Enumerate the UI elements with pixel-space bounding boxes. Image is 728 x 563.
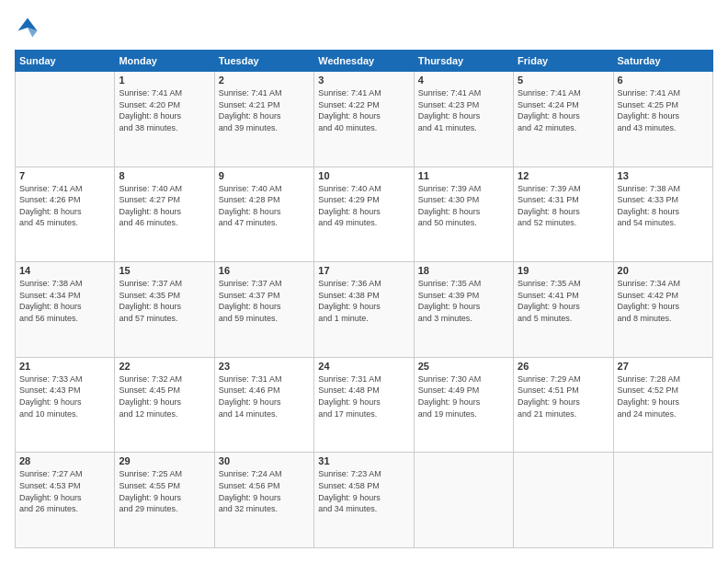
logo-icon — [15, 15, 40, 40]
calendar-cell: 25Sunrise: 7:30 AM Sunset: 4:49 PM Dayli… — [414, 357, 513, 453]
day-info: Sunrise: 7:36 AM Sunset: 4:38 PM Dayligh… — [318, 278, 409, 324]
calendar-cell: 4Sunrise: 7:41 AM Sunset: 4:23 PM Daylig… — [414, 72, 513, 167]
day-number: 4 — [418, 75, 509, 86]
day-info: Sunrise: 7:40 AM Sunset: 4:27 PM Dayligh… — [119, 183, 210, 229]
calendar-header-friday: Friday — [514, 51, 613, 72]
calendar-cell: 19Sunrise: 7:35 AM Sunset: 4:41 PM Dayli… — [514, 262, 613, 358]
svg-marker-0 — [18, 18, 38, 31]
day-number: 28 — [19, 455, 110, 466]
calendar-cell — [613, 453, 712, 548]
calendar-cell: 2Sunrise: 7:41 AM Sunset: 4:21 PM Daylig… — [214, 72, 313, 167]
calendar-cell: 16Sunrise: 7:37 AM Sunset: 4:37 PM Dayli… — [214, 262, 313, 358]
day-info: Sunrise: 7:41 AM Sunset: 4:24 PM Dayligh… — [518, 87, 609, 133]
day-info: Sunrise: 7:41 AM Sunset: 4:25 PM Dayligh… — [618, 87, 709, 133]
day-number: 18 — [418, 265, 509, 276]
calendar-header-row: SundayMondayTuesdayWednesdayThursdayFrid… — [16, 51, 713, 72]
day-number: 14 — [19, 265, 110, 276]
day-info: Sunrise: 7:25 AM Sunset: 4:55 PM Dayligh… — [119, 468, 210, 514]
day-info: Sunrise: 7:40 AM Sunset: 4:28 PM Dayligh… — [219, 183, 310, 229]
calendar-week-1: 1Sunrise: 7:41 AM Sunset: 4:20 PM Daylig… — [16, 72, 713, 167]
day-info: Sunrise: 7:37 AM Sunset: 4:35 PM Dayligh… — [119, 278, 210, 324]
calendar-cell: 8Sunrise: 7:40 AM Sunset: 4:27 PM Daylig… — [115, 167, 214, 262]
calendar-cell: 24Sunrise: 7:31 AM Sunset: 4:48 PM Dayli… — [314, 357, 414, 453]
calendar-week-3: 14Sunrise: 7:38 AM Sunset: 4:34 PM Dayli… — [16, 262, 713, 358]
calendar-cell: 18Sunrise: 7:35 AM Sunset: 4:39 PM Dayli… — [414, 262, 513, 358]
day-info: Sunrise: 7:33 AM Sunset: 4:43 PM Dayligh… — [19, 373, 110, 419]
day-number: 23 — [219, 361, 310, 372]
calendar-cell: 31Sunrise: 7:23 AM Sunset: 4:58 PM Dayli… — [314, 453, 414, 548]
day-info: Sunrise: 7:35 AM Sunset: 4:41 PM Dayligh… — [518, 278, 609, 324]
day-info: Sunrise: 7:41 AM Sunset: 4:22 PM Dayligh… — [318, 87, 409, 133]
calendar-header-wednesday: Wednesday — [314, 51, 414, 72]
day-info: Sunrise: 7:29 AM Sunset: 4:51 PM Dayligh… — [518, 373, 609, 419]
day-info: Sunrise: 7:41 AM Sunset: 4:26 PM Dayligh… — [19, 183, 110, 229]
header — [15, 15, 713, 40]
day-number: 10 — [318, 170, 409, 181]
calendar-week-4: 21Sunrise: 7:33 AM Sunset: 4:43 PM Dayli… — [16, 357, 713, 453]
calendar-cell — [414, 453, 513, 548]
calendar: SundayMondayTuesdayWednesdayThursdayFrid… — [15, 50, 713, 548]
day-number: 26 — [518, 361, 609, 372]
calendar-week-5: 28Sunrise: 7:27 AM Sunset: 4:53 PM Dayli… — [16, 453, 713, 548]
day-info: Sunrise: 7:41 AM Sunset: 4:20 PM Dayligh… — [119, 87, 210, 133]
day-number: 31 — [318, 455, 409, 466]
calendar-cell: 12Sunrise: 7:39 AM Sunset: 4:31 PM Dayli… — [514, 167, 613, 262]
calendar-cell: 15Sunrise: 7:37 AM Sunset: 4:35 PM Dayli… — [115, 262, 214, 358]
day-info: Sunrise: 7:27 AM Sunset: 4:53 PM Dayligh… — [19, 468, 110, 514]
day-info: Sunrise: 7:40 AM Sunset: 4:29 PM Dayligh… — [318, 183, 409, 229]
calendar-cell: 11Sunrise: 7:39 AM Sunset: 4:30 PM Dayli… — [414, 167, 513, 262]
day-info: Sunrise: 7:35 AM Sunset: 4:39 PM Dayligh… — [418, 278, 509, 324]
day-number: 15 — [119, 265, 210, 276]
day-number: 17 — [318, 265, 409, 276]
day-info: Sunrise: 7:23 AM Sunset: 4:58 PM Dayligh… — [318, 468, 409, 514]
day-info: Sunrise: 7:31 AM Sunset: 4:48 PM Dayligh… — [318, 373, 409, 419]
day-number: 5 — [518, 75, 609, 86]
calendar-cell: 3Sunrise: 7:41 AM Sunset: 4:22 PM Daylig… — [314, 72, 414, 167]
calendar-cell: 7Sunrise: 7:41 AM Sunset: 4:26 PM Daylig… — [16, 167, 115, 262]
calendar-cell: 28Sunrise: 7:27 AM Sunset: 4:53 PM Dayli… — [16, 453, 115, 548]
day-info: Sunrise: 7:37 AM Sunset: 4:37 PM Dayligh… — [219, 278, 310, 324]
calendar-cell: 10Sunrise: 7:40 AM Sunset: 4:29 PM Dayli… — [314, 167, 414, 262]
calendar-cell — [16, 72, 115, 167]
calendar-cell: 1Sunrise: 7:41 AM Sunset: 4:20 PM Daylig… — [115, 72, 214, 167]
day-info: Sunrise: 7:41 AM Sunset: 4:21 PM Dayligh… — [219, 87, 310, 133]
day-number: 11 — [418, 170, 509, 181]
calendar-cell: 21Sunrise: 7:33 AM Sunset: 4:43 PM Dayli… — [16, 357, 115, 453]
calendar-cell: 13Sunrise: 7:38 AM Sunset: 4:33 PM Dayli… — [613, 167, 712, 262]
calendar-week-2: 7Sunrise: 7:41 AM Sunset: 4:26 PM Daylig… — [16, 167, 713, 262]
day-number: 20 — [618, 265, 709, 276]
calendar-cell: 17Sunrise: 7:36 AM Sunset: 4:38 PM Dayli… — [314, 262, 414, 358]
day-number: 25 — [418, 361, 509, 372]
day-number: 13 — [618, 170, 709, 181]
day-number: 22 — [119, 361, 210, 372]
logo — [15, 15, 44, 40]
calendar-cell: 30Sunrise: 7:24 AM Sunset: 4:56 PM Dayli… — [214, 453, 313, 548]
day-info: Sunrise: 7:38 AM Sunset: 4:34 PM Dayligh… — [19, 278, 110, 324]
day-number: 9 — [219, 170, 310, 181]
day-number: 6 — [618, 75, 709, 86]
day-info: Sunrise: 7:41 AM Sunset: 4:23 PM Dayligh… — [418, 87, 509, 133]
calendar-header-saturday: Saturday — [613, 51, 712, 72]
calendar-cell: 5Sunrise: 7:41 AM Sunset: 4:24 PM Daylig… — [514, 72, 613, 167]
day-number: 27 — [618, 361, 709, 372]
page: SundayMondayTuesdayWednesdayThursdayFrid… — [0, 0, 728, 563]
calendar-cell: 20Sunrise: 7:34 AM Sunset: 4:42 PM Dayli… — [613, 262, 712, 358]
calendar-header-thursday: Thursday — [414, 51, 513, 72]
calendar-cell: 14Sunrise: 7:38 AM Sunset: 4:34 PM Dayli… — [16, 262, 115, 358]
day-info: Sunrise: 7:30 AM Sunset: 4:49 PM Dayligh… — [418, 373, 509, 419]
calendar-cell: 9Sunrise: 7:40 AM Sunset: 4:28 PM Daylig… — [214, 167, 313, 262]
day-info: Sunrise: 7:24 AM Sunset: 4:56 PM Dayligh… — [219, 468, 310, 514]
day-number: 8 — [119, 170, 210, 181]
day-number: 7 — [19, 170, 110, 181]
day-info: Sunrise: 7:39 AM Sunset: 4:30 PM Dayligh… — [418, 183, 509, 229]
calendar-cell — [514, 453, 613, 548]
calendar-cell: 6Sunrise: 7:41 AM Sunset: 4:25 PM Daylig… — [613, 72, 712, 167]
calendar-cell: 29Sunrise: 7:25 AM Sunset: 4:55 PM Dayli… — [115, 453, 214, 548]
day-info: Sunrise: 7:34 AM Sunset: 4:42 PM Dayligh… — [618, 278, 709, 324]
calendar-header-monday: Monday — [115, 51, 214, 72]
day-info: Sunrise: 7:39 AM Sunset: 4:31 PM Dayligh… — [518, 183, 609, 229]
day-number: 1 — [119, 75, 210, 86]
calendar-header-tuesday: Tuesday — [214, 51, 313, 72]
day-number: 12 — [518, 170, 609, 181]
calendar-header-sunday: Sunday — [16, 51, 115, 72]
